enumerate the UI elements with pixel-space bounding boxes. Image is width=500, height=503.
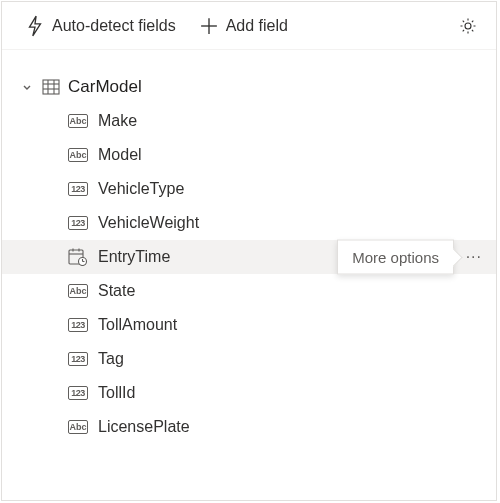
field-row[interactable]: 123Tag <box>2 342 496 376</box>
field-row[interactable]: 123VehicleType <box>2 172 496 206</box>
field-row[interactable]: AbcLicensePlate <box>2 410 496 444</box>
text-type-icon: Abc <box>68 148 88 162</box>
settings-button[interactable] <box>452 10 484 42</box>
plus-icon <box>200 17 218 35</box>
field-name: LicensePlate <box>98 418 190 436</box>
field-name: EntryTime <box>98 248 170 266</box>
field-name: TollAmount <box>98 316 177 334</box>
lightning-icon <box>26 15 44 37</box>
field-row[interactable]: AbcMake <box>2 104 496 138</box>
field-row[interactable]: 123VehicleWeight <box>2 206 496 240</box>
field-row[interactable]: EntryTimeMore options··· <box>2 240 496 274</box>
toolbar: Auto-detect fields Add field <box>2 2 496 50</box>
field-list: AbcMakeAbcModel123VehicleType123VehicleW… <box>2 104 496 444</box>
add-field-label: Add field <box>226 17 288 35</box>
field-name: Make <box>98 112 137 130</box>
auto-detect-fields-button[interactable]: Auto-detect fields <box>18 9 184 43</box>
chevron-down-icon <box>20 80 34 94</box>
field-name: Model <box>98 146 142 164</box>
datetime-icon <box>68 248 88 266</box>
number-type-icon: 123 <box>68 386 88 400</box>
field-name: TollId <box>98 384 135 402</box>
gear-icon <box>458 16 478 36</box>
add-field-button[interactable]: Add field <box>192 11 296 41</box>
number-type-icon: 123 <box>68 352 88 366</box>
svg-point-2 <box>465 23 471 29</box>
more-options-button[interactable]: ··· <box>462 244 486 270</box>
field-row[interactable]: 123TollAmount <box>2 308 496 342</box>
tooltip-label: More options <box>352 249 439 266</box>
table-icon <box>42 79 60 95</box>
table-node[interactable]: CarModel <box>2 70 496 104</box>
text-type-icon: Abc <box>68 420 88 434</box>
field-row[interactable]: 123TollId <box>2 376 496 410</box>
more-options-tooltip: More options <box>337 240 454 275</box>
field-name: Tag <box>98 350 124 368</box>
field-name: VehicleType <box>98 180 184 198</box>
fields-panel: Auto-detect fields Add field <box>1 1 497 501</box>
field-row[interactable]: AbcModel <box>2 138 496 172</box>
text-type-icon: Abc <box>68 114 88 128</box>
field-tree: CarModel AbcMakeAbcModel123VehicleType12… <box>2 50 496 444</box>
number-type-icon: 123 <box>68 182 88 196</box>
field-row[interactable]: AbcState <box>2 274 496 308</box>
number-type-icon: 123 <box>68 216 88 230</box>
text-type-icon: Abc <box>68 284 88 298</box>
field-name: State <box>98 282 135 300</box>
table-name: CarModel <box>68 77 142 97</box>
field-name: VehicleWeight <box>98 214 199 232</box>
auto-detect-label: Auto-detect fields <box>52 17 176 35</box>
number-type-icon: 123 <box>68 318 88 332</box>
svg-rect-3 <box>43 80 59 94</box>
